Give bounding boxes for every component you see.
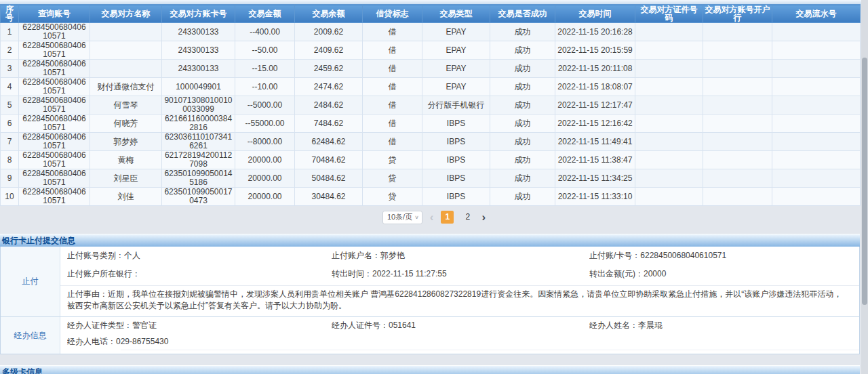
table-row: 76228450068040610571郭梦婷62303611010734162… bbox=[1, 133, 861, 151]
field-value: 个人 bbox=[124, 251, 140, 260]
table-cell: 6216611600003842816 bbox=[162, 115, 235, 133]
table-cell bbox=[703, 60, 772, 78]
table-cell: 借 bbox=[363, 41, 422, 60]
header-row: 序号查询账号交易对方名称交易对方账卡号交易金额交易余额借贷标志交易类型交易是否成… bbox=[1, 5, 861, 23]
table-cell: 成功 bbox=[490, 41, 555, 60]
table-cell bbox=[635, 96, 703, 115]
column-header: 查询账号 bbox=[19, 5, 90, 23]
table-cell: 2022-11-15 20:11:08 bbox=[555, 60, 635, 78]
table-cell: 2022-11-15 11:49:41 bbox=[555, 133, 635, 151]
handler-field-row: 经办人电话：029-86755430 bbox=[60, 333, 859, 350]
column-header: 交易时间 bbox=[555, 5, 635, 23]
table-cell: 1000049901 bbox=[162, 78, 235, 96]
table-cell: 贷 bbox=[363, 188, 422, 206]
table-cell: 成功 bbox=[490, 151, 555, 169]
table-cell: 成功 bbox=[490, 133, 555, 151]
table-cell bbox=[703, 115, 772, 133]
column-header: 交易余额 bbox=[295, 5, 363, 23]
prev-page-button[interactable]: ‹ bbox=[430, 211, 434, 223]
next-page-button[interactable]: › bbox=[481, 211, 486, 223]
table-cell: 刘佳 bbox=[90, 188, 162, 206]
table-cell: 3 bbox=[1, 60, 19, 78]
table-cell bbox=[635, 23, 703, 41]
transactions-table-header: 序号查询账号交易对方名称交易对方账卡号交易金额交易余额借贷标志交易类型交易是否成… bbox=[1, 5, 861, 23]
table-cell bbox=[90, 23, 162, 41]
table-cell bbox=[703, 23, 772, 41]
handler-group-label: 经办信息 bbox=[1, 317, 60, 354]
table-cell: 2409.62 bbox=[295, 41, 363, 60]
table-cell bbox=[772, 78, 861, 96]
table-cell: 2022-11-15 20:16:28 bbox=[555, 23, 635, 41]
table-cell: 借 bbox=[363, 133, 422, 151]
multilevel-section-title: 多级卡信息 bbox=[0, 365, 860, 374]
table-cell: 成功 bbox=[490, 115, 555, 133]
table-cell bbox=[772, 96, 861, 115]
table-cell: 2 bbox=[1, 41, 19, 60]
table-cell: 6228450068040610571 bbox=[19, 115, 90, 133]
table-cell bbox=[703, 151, 772, 169]
field-value: 警官证 bbox=[132, 320, 157, 330]
table-cell: 6235010990500145186 bbox=[162, 169, 235, 188]
handler-group: 经办信息 经办人证件类型：警官证 经办人证件号：051641 经办人姓名：李晨琨… bbox=[1, 316, 859, 354]
field-label: 经办人电话： bbox=[67, 337, 116, 346]
table-cell: --10.00 bbox=[235, 78, 295, 96]
table-cell: 2459.62 bbox=[295, 60, 363, 78]
field-label: 经办人姓名： bbox=[589, 320, 638, 330]
table-cell: 郭梦婷 bbox=[90, 133, 162, 151]
table-cell bbox=[90, 41, 162, 60]
table-cell: 6228450068040610571 bbox=[19, 96, 90, 115]
column-header: 交易对方账号开户行 bbox=[703, 5, 772, 23]
column-header: 交易类型 bbox=[422, 5, 490, 23]
table-cell: 243300133 bbox=[162, 41, 235, 60]
table-cell: 6235010990500170473 bbox=[162, 188, 235, 206]
field-label: 止付账户所在银行： bbox=[67, 269, 140, 278]
table-cell bbox=[703, 41, 772, 60]
field-label: 止付账/卡号： bbox=[589, 251, 640, 260]
column-header: 交易是否成功 bbox=[490, 5, 555, 23]
table-cell: 62484.62 bbox=[295, 133, 363, 151]
table-cell: IBPS bbox=[422, 133, 490, 151]
table-cell: IBPS bbox=[422, 169, 490, 188]
table-cell: 成功 bbox=[490, 78, 555, 96]
table-cell: 6 bbox=[1, 115, 19, 133]
table-cell: 2009.62 bbox=[295, 23, 363, 41]
table-cell: 4 bbox=[1, 78, 19, 96]
table-cell: 2022-11-15 20:15:59 bbox=[555, 41, 635, 60]
table-cell bbox=[635, 188, 703, 206]
vertical-scrollbar[interactable] bbox=[861, 0, 868, 374]
table-cell: 20000.00 bbox=[235, 169, 295, 188]
scrollbar-thumb[interactable] bbox=[862, 58, 867, 305]
page-button-1[interactable]: 1 bbox=[441, 211, 454, 224]
table-cell bbox=[703, 96, 772, 115]
table-row: 56228450068040610571何雪琴90107130801001000… bbox=[1, 96, 861, 115]
table-cell bbox=[703, 169, 772, 188]
table-cell bbox=[703, 188, 772, 206]
field-value: 20000 bbox=[644, 269, 666, 278]
page-size-label: 10条/页 bbox=[387, 212, 412, 222]
table-cell: 借 bbox=[363, 60, 422, 78]
page-button-2[interactable]: 2 bbox=[461, 211, 474, 224]
table-cell bbox=[772, 23, 861, 41]
table-cell: 50484.62 bbox=[295, 169, 363, 188]
table-cell bbox=[772, 188, 861, 206]
table-cell: --400.00 bbox=[235, 23, 295, 41]
page-size-select[interactable]: 10条/页 ∨ bbox=[382, 211, 422, 224]
field-value: 李晨琨 bbox=[638, 320, 663, 330]
table-cell bbox=[635, 169, 703, 188]
table-cell: 财付通微信支付 bbox=[90, 78, 162, 96]
table-cell: 2022-11-15 12:17:47 bbox=[555, 96, 635, 115]
column-header: 交易对方账卡号 bbox=[162, 5, 235, 23]
stop-payment-group: 止付 止付账号类别：个人 止付账户名：郭梦艳 止付账/卡号：6228450068… bbox=[1, 247, 859, 316]
table-cell: 贷 bbox=[363, 169, 422, 188]
table-row: 36228450068040610571243300133--15.002459… bbox=[1, 60, 861, 78]
stop-payment-field-row: 止付账号类别：个人 止付账户名：郭梦艳 止付账/卡号：6228450068040… bbox=[60, 247, 859, 265]
table-cell: 2474.62 bbox=[295, 78, 363, 96]
table-cell: 9 bbox=[1, 169, 19, 188]
table-cell: 2022-11-15 18:08:07 bbox=[555, 78, 635, 96]
table-cell: 6228450068040610571 bbox=[19, 41, 90, 60]
table-cell bbox=[772, 60, 861, 78]
field-label: 经办人证件号： bbox=[332, 320, 389, 330]
table-cell bbox=[703, 78, 772, 96]
table-cell bbox=[772, 115, 861, 133]
table-cell: 成功 bbox=[490, 23, 555, 41]
